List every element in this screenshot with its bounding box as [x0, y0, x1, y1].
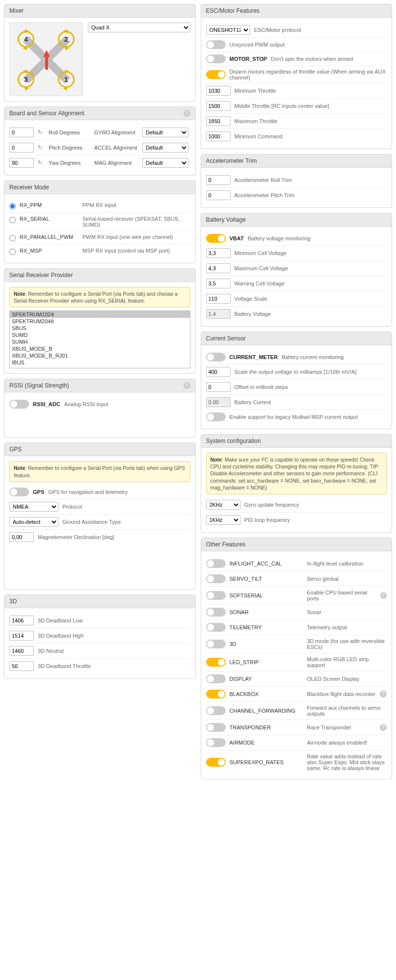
feature-name: AIRMODE — [230, 740, 303, 746]
system-note: Note: Make sure your FC is capable to op… — [206, 453, 387, 494]
unsynced-pwm-toggle[interactable] — [206, 40, 226, 49]
feature-desc: Rate value adds instead of rate also Sup… — [307, 753, 387, 771]
svg-marker-0 — [43, 50, 50, 70]
rotate-icon: ↻ — [38, 144, 45, 151]
feature-name: SONAR — [230, 609, 303, 615]
feature-toggle-TRANSPONDER[interactable] — [206, 723, 226, 732]
esc-protocol-select[interactable]: ONESHOT125 — [206, 25, 250, 35]
rssi-adc-toggle[interactable] — [9, 400, 29, 409]
accel-pitch-trim-input[interactable] — [206, 190, 231, 200]
serial-option[interactable]: SPEKTRUM2048 — [10, 318, 190, 325]
serial-option[interactable]: XBUS_MODE_B — [10, 345, 190, 352]
warn-cell-voltage-input[interactable] — [206, 279, 231, 288]
current-offset-input[interactable] — [206, 382, 231, 392]
receiver-radio-RX_PARALLEL_PWM[interactable] — [9, 235, 16, 241]
feature-toggle-DISPLAY[interactable] — [206, 674, 226, 683]
serial-option[interactable]: SPEKTRUM1024 — [10, 311, 190, 318]
feature-desc: Race Transponder — [307, 724, 352, 730]
gyro-alignment-select[interactable]: Default — [142, 128, 188, 137]
board-alignment-panel: Board and Sensor Alignment? ↻ Roll Degre… — [4, 106, 196, 176]
serial-option[interactable]: SBUS — [10, 325, 190, 332]
voltage-scale-input[interactable] — [206, 294, 231, 304]
gps-title: GPS — [4, 443, 195, 456]
feature-toggle-SOFTSERIAL[interactable] — [206, 591, 226, 600]
receiver-title: Receiver Mode — [4, 181, 195, 194]
pid-freq-select[interactable]: 1KHz — [206, 515, 240, 525]
pitch-degrees-input[interactable] — [9, 143, 34, 153]
current-scale-input[interactable] — [206, 367, 231, 377]
rssi-title: RSSI (Signal Strength) — [9, 382, 69, 389]
mixer-type-select[interactable]: Quad X — [88, 23, 190, 32]
feature-desc: Airmode always enabled! — [307, 740, 368, 746]
3d-neutral-input[interactable] — [9, 646, 34, 656]
help-icon[interactable]: ? — [380, 691, 387, 697]
battery-current-value — [206, 397, 231, 407]
motor-stop-toggle[interactable] — [206, 54, 226, 63]
rssi-panel: RSSI (Signal Strength)? RSSI_ADC Analog … — [4, 379, 196, 438]
serial-option[interactable]: IBUS — [10, 359, 190, 366]
feature-toggle-SUPEREXPO_RATES[interactable] — [206, 758, 226, 767]
accel-roll-trim-input[interactable] — [206, 175, 231, 185]
receiver-label: RX_PARALLEL_PWM — [20, 234, 79, 240]
feature-name: LED_STRIP — [230, 659, 303, 665]
accel-alignment-select[interactable]: Default — [142, 143, 188, 153]
receiver-desc: Serial-based receiver (SPEKSAT, SBUS, SU… — [82, 216, 190, 228]
mixer-panel: Mixer 4▶◀ 2◀▶ 3◀▶ 1▶◀ Quad X — [4, 4, 196, 102]
receiver-radio-RX_PPM[interactable] — [9, 203, 16, 209]
feature-toggle-3D[interactable] — [206, 640, 226, 648]
gps-panel: GPS Note: Remember to configure a Serial… — [4, 442, 196, 590]
help-icon[interactable]: ? — [380, 592, 387, 599]
3d-deadband-high-input[interactable] — [9, 631, 34, 641]
help-icon[interactable]: ? — [380, 724, 387, 731]
feature-toggle-SERVO_TILT[interactable] — [206, 574, 226, 583]
roll-degrees-input[interactable] — [9, 128, 34, 137]
feature-toggle-AIRMODE[interactable] — [206, 738, 226, 747]
yaw-degrees-input[interactable] — [9, 158, 34, 168]
max-throttle-input[interactable] — [206, 116, 231, 126]
feature-toggle-LED_STRIP[interactable] — [206, 658, 226, 667]
serial-option[interactable]: SUMH — [10, 338, 190, 345]
feature-name: INFLIGHT_ACC_CAL — [230, 561, 303, 567]
current-meter-toggle[interactable] — [206, 353, 226, 361]
mag-declination-input[interactable] — [9, 532, 34, 542]
3d-deadband-low-input[interactable] — [9, 616, 34, 625]
feature-desc: In-flight level calibration — [307, 561, 364, 567]
serial-option[interactable]: SUMD — [10, 332, 190, 338]
vbat-toggle[interactable] — [206, 234, 226, 243]
help-icon[interactable]: ? — [184, 110, 190, 117]
receiver-radio-RX_SERIAL[interactable] — [9, 217, 16, 223]
receiver-label: RX_PPM — [20, 202, 79, 208]
feature-toggle-CHANNEL_FORWARDING[interactable] — [206, 706, 226, 715]
feature-toggle-BLACKBOX[interactable] — [206, 690, 226, 698]
serial-provider-list[interactable]: SPEKTRUM1024SPEKTRUM2048SBUSSUMDSUMHXBUS… — [9, 310, 190, 368]
mag-alignment-select[interactable]: Default — [142, 158, 188, 168]
max-cell-voltage-input[interactable] — [206, 263, 231, 273]
receiver-radio-RX_MSP[interactable] — [9, 249, 16, 255]
min-command-input[interactable] — [206, 131, 231, 141]
accel-trim-panel: Accelerometer Trim Accelerometer Roll Tr… — [201, 154, 393, 208]
rotate-icon: ↻ — [38, 129, 45, 136]
help-icon[interactable]: ? — [184, 382, 190, 389]
receiver-desc: PWM RX input (one wire per channel) — [82, 234, 190, 240]
feature-desc: Telemetry output — [307, 624, 347, 630]
feature-desc: 3D mode (for use with reversible ESCs) — [307, 638, 387, 650]
gyro-freq-select[interactable]: 2KHz — [206, 500, 240, 510]
feature-toggle-INFLIGHT_ACC_CAL[interactable] — [206, 559, 226, 568]
board-title: Board and Sensor Alignment — [9, 110, 84, 117]
battery-panel: Battery Voltage VBAT Battery voltage mon… — [201, 213, 393, 327]
min-throttle-input[interactable] — [206, 86, 231, 96]
feature-name: TELEMETRY — [230, 624, 303, 630]
gps-ground-select[interactable]: Auto-detect — [9, 517, 58, 527]
3d-deadband-throttle-input[interactable] — [9, 661, 34, 671]
feature-toggle-SONAR[interactable] — [206, 608, 226, 617]
receiver-mode-panel: Receiver Mode RX_PPM PPM RX input RX_SER… — [4, 181, 196, 263]
feature-name: SOFTSERIAL — [230, 593, 303, 598]
legacy-msp-toggle[interactable] — [206, 413, 226, 421]
gps-toggle[interactable] — [9, 488, 29, 496]
mid-throttle-input[interactable] — [206, 101, 231, 111]
feature-toggle-TELEMETRY[interactable] — [206, 623, 226, 632]
gps-protocol-select[interactable]: NMEA — [9, 502, 58, 512]
serial-option[interactable]: XBUS_MODE_B_RJ01 — [10, 352, 190, 359]
min-cell-voltage-input[interactable] — [206, 248, 231, 258]
disarm-toggle[interactable] — [206, 70, 226, 79]
